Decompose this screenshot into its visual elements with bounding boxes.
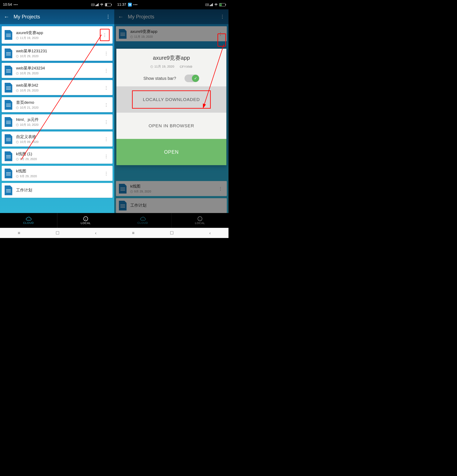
document-icon xyxy=(5,117,12,127)
project-title: web菜单243234 xyxy=(16,65,99,71)
project-item[interactable]: web菜单342 10月 29, 2020 ⋮ xyxy=(2,80,113,95)
clock-icon xyxy=(16,124,19,126)
back-arrow-icon[interactable]: ← xyxy=(118,14,124,20)
document-icon xyxy=(5,186,12,195)
project-item[interactable]: web菜单243234 10月 29, 2020 ⋮ xyxy=(2,63,113,78)
button-label: OPEN xyxy=(164,149,179,155)
nav-label: CLOUD xyxy=(23,221,34,224)
project-title: html、js元件 xyxy=(16,117,99,122)
nav-cloud[interactable]: CLOUD xyxy=(114,213,171,228)
project-item[interactable]: 工作计划 xyxy=(2,183,113,198)
back-arrow-icon[interactable]: ← xyxy=(4,14,9,20)
modal-meta: 11月 19, 2020 CFYXN9 xyxy=(121,65,222,68)
modal-code: CFYXN9 xyxy=(180,65,192,68)
project-title: k线图 xyxy=(16,168,99,174)
signal-icon xyxy=(210,3,213,6)
item-more-icon: ⋮ xyxy=(217,186,224,191)
modal-title: axure9竞赛app xyxy=(121,54,222,62)
item-more-icon[interactable]: ⋮ xyxy=(103,102,110,107)
home-icon[interactable]: ☐ xyxy=(56,230,59,236)
project-title: k线图 xyxy=(130,184,213,189)
recent-apps-icon[interactable]: ≡ xyxy=(18,230,20,236)
project-item: 工作计划 xyxy=(116,198,227,213)
item-more-icon[interactable]: ⋮ xyxy=(103,136,110,142)
project-title: 工作计划 xyxy=(130,203,224,208)
nav-label: LOCAL xyxy=(81,221,91,225)
clock-icon xyxy=(16,141,19,143)
status-bar: 11:37 ••• HD 40 xyxy=(114,0,229,9)
download-icon xyxy=(198,216,202,221)
document-icon xyxy=(5,66,12,75)
clock-icon xyxy=(16,89,19,92)
status-bar-toggle[interactable]: ✓ xyxy=(184,75,199,82)
project-date: 10月 29, 2020 xyxy=(16,72,99,75)
clock-icon xyxy=(16,158,19,161)
clock-icon xyxy=(130,35,133,38)
project-item[interactable]: axure9竞赛app 11月 19, 2020 ⋮ xyxy=(2,26,113,44)
open-in-browser-button[interactable]: OPEN IN BROWSER xyxy=(116,113,226,139)
nav-local[interactable]: LOCAL xyxy=(57,213,115,228)
project-item[interactable]: web菜单1231231 10月 29, 2020 ⋮ xyxy=(2,46,113,61)
project-item: axure9竞赛app 11月 19, 2020 ⋮ xyxy=(116,26,227,41)
page-title: My Projects xyxy=(128,14,220,20)
nav-local[interactable]: LOCAL xyxy=(172,213,229,228)
app-header: ← My Projects ⋮ xyxy=(114,9,229,24)
document-icon xyxy=(119,201,126,211)
document-icon xyxy=(5,49,12,58)
item-more-icon[interactable]: ⋮ xyxy=(103,119,110,125)
project-title: axure9竞赛app xyxy=(130,29,213,34)
status-bar-toggle-label: Show status bar? xyxy=(143,76,176,81)
project-item[interactable]: 首页demo 10月 21, 2020 ⋮ xyxy=(2,97,113,112)
document-icon xyxy=(5,100,12,110)
back-icon[interactable]: ‹ xyxy=(95,230,97,236)
battery-icon: 31 xyxy=(105,3,111,6)
bottom-nav: CLOUD LOCAL xyxy=(114,213,229,228)
status-notch-icon: ••• xyxy=(133,3,138,6)
project-list[interactable]: axure9竞赛app 11月 19, 2020 ⋮ web菜单1231231 … xyxy=(0,24,114,213)
item-more-icon[interactable]: ⋮ xyxy=(103,51,110,56)
status-time: 10:54 xyxy=(3,2,12,7)
header-more-icon[interactable]: ⋮ xyxy=(106,14,110,19)
status-bar: 10:54 ••• HD 31 xyxy=(0,0,114,9)
clock-icon xyxy=(16,55,19,58)
hd-icon: HD xyxy=(205,4,209,6)
project-item[interactable]: html、js元件 10月 10, 2020 ⋮ xyxy=(2,114,113,129)
project-item[interactable]: 自定义表格 10月 09, 2020 ⋮ xyxy=(2,131,113,146)
phone-left: 10:54 ••• HD 31 ← My Projects ⋮ axure9竞赛… xyxy=(0,0,114,238)
project-item: k线图 9月 29, 2020 ⋮ xyxy=(116,181,227,196)
clock-icon xyxy=(16,175,19,178)
document-icon xyxy=(5,169,12,178)
project-item[interactable]: k线图 (1) 9月 29, 2020 ⋮ xyxy=(2,149,113,164)
status-time: 11:37 xyxy=(117,2,126,7)
back-icon[interactable]: ‹ xyxy=(209,230,211,236)
header-more-icon[interactable]: ⋮ xyxy=(220,14,225,19)
item-more-icon[interactable]: ⋮ xyxy=(103,85,110,90)
locally-downloaded-button[interactable]: LOCALLY DOWNLOADED xyxy=(116,86,226,113)
nav-cloud[interactable]: CLOUD xyxy=(0,213,57,228)
clock-icon xyxy=(16,37,19,39)
bottom-nav: CLOUD LOCAL xyxy=(0,213,114,228)
status-notch-icon: ••• xyxy=(14,3,18,6)
project-item[interactable]: k线图 9月 29, 2020 ⋮ xyxy=(2,166,113,181)
check-icon: ✓ xyxy=(192,75,199,82)
item-more-icon[interactable]: ⋮ xyxy=(103,154,110,159)
recent-apps-icon[interactable]: ≡ xyxy=(132,230,134,236)
item-more-icon[interactable]: ⋮ xyxy=(100,29,110,41)
project-date: 11月 19, 2020 xyxy=(16,36,96,40)
document-icon xyxy=(5,134,12,144)
item-more-icon[interactable]: ⋮ xyxy=(103,68,110,73)
document-icon xyxy=(5,83,12,93)
cloud-icon xyxy=(140,217,146,221)
button-label: LOCALLY DOWNLOADED xyxy=(132,90,210,109)
open-button[interactable]: OPEN xyxy=(116,139,226,165)
document-icon xyxy=(5,30,12,40)
item-more-icon[interactable]: ⋮ xyxy=(103,171,110,176)
hd-icon: HD xyxy=(91,4,95,6)
project-date: 11月 19, 2020 xyxy=(130,35,213,39)
project-title: web菜单1231231 xyxy=(16,48,99,54)
project-date: 10月 29, 2020 xyxy=(16,54,99,58)
project-date: 10月 29, 2020 xyxy=(16,89,99,93)
modal-header: axure9竞赛app 11月 19, 2020 CFYXN9 Show sta… xyxy=(116,49,226,86)
project-options-modal: axure9竞赛app 11月 19, 2020 CFYXN9 Show sta… xyxy=(116,49,226,165)
home-icon[interactable]: ☐ xyxy=(170,230,174,236)
